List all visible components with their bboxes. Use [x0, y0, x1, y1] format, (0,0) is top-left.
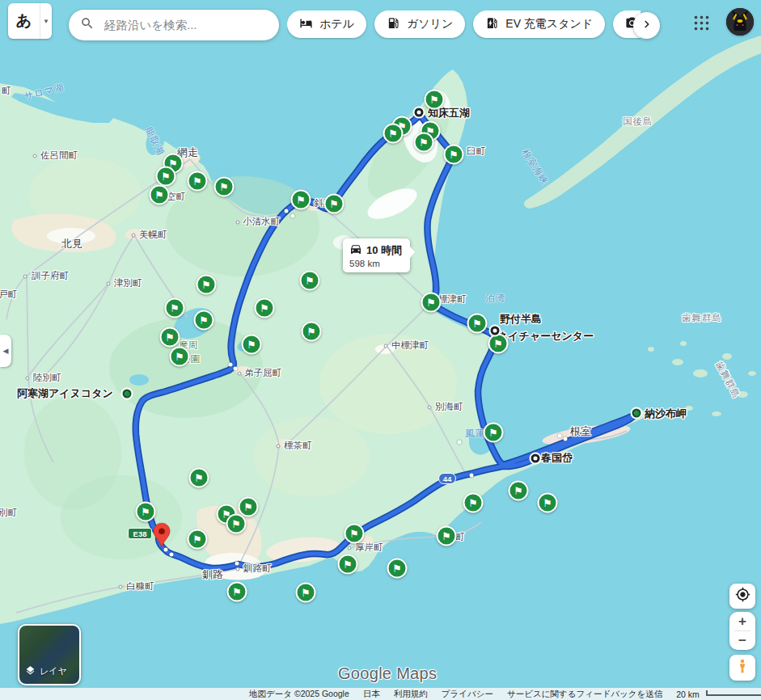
terms-link[interactable]: 利用規約 — [394, 689, 428, 700]
ime-dropdown-caret-icon[interactable]: ▼ — [40, 3, 52, 39]
layers-label: レイヤ — [40, 665, 67, 677]
hotel-icon — [299, 16, 313, 32]
side-panel-collapse-tab[interactable]: ◀ — [0, 335, 11, 367]
layers-icon — [25, 665, 36, 677]
chevron-left-icon: ◀ — [3, 347, 9, 355]
route-summary-bubble[interactable]: 10 時間 598 km — [343, 238, 410, 272]
layers-control[interactable]: レイヤ — [18, 624, 81, 685]
ime-mode-label[interactable]: あ — [8, 3, 40, 39]
route-waypoint-circle[interactable] — [491, 327, 500, 335]
ev-charger-icon — [485, 16, 499, 32]
pegman-icon — [735, 658, 750, 677]
zoom-in-button[interactable]: + — [729, 612, 755, 630]
search-bar[interactable] — [69, 10, 279, 40]
route-shield-44: 44 — [438, 473, 456, 484]
map-waypoint-layer — [0, 0, 761, 700]
route-waypoint-circle[interactable] — [632, 409, 641, 418]
chevron-right-icon — [640, 17, 654, 35]
gas-pump-icon — [387, 16, 400, 32]
my-location-icon — [735, 587, 750, 605]
chip-hotels[interactable]: ホテル — [287, 11, 366, 38]
search-input[interactable] — [103, 18, 268, 32]
route-distance: 598 km — [349, 259, 402, 268]
route-waypoint-circle[interactable] — [531, 454, 540, 463]
scale-control: 20 km — [676, 689, 761, 699]
google-maps-app: サロマ湖能取湖町佐呂間町網走空町美幌町北見訓子府町津別町戸町小清水町斜里知床五湖… — [0, 0, 761, 700]
route-waypoint-circle[interactable] — [123, 390, 132, 398]
scale-bar — [706, 690, 761, 696]
route-waypoint-circle[interactable] — [415, 108, 424, 117]
toolbar: あ ▼ ホテル ガソリン — [0, 0, 761, 48]
my-location-button[interactable] — [729, 584, 755, 609]
route-duration: 10 時間 — [366, 243, 402, 258]
chip-ev-charging[interactable]: EV 充電スタンド — [473, 11, 605, 38]
profile-avatar[interactable] — [726, 8, 754, 36]
chip-gas-label: ガソリン — [407, 17, 453, 32]
map-data-attribution: 地図データ ©2025 Google — [249, 689, 349, 700]
google-maps-watermark: Google Maps — [338, 664, 437, 683]
chip-ev-label: EV 充電スタンド — [505, 17, 593, 32]
chips-scroll-next-button[interactable] — [633, 12, 660, 39]
zoom-out-button[interactable]: − — [729, 631, 755, 650]
chip-gas[interactable]: ガソリン — [374, 11, 465, 38]
scale-label: 20 km — [676, 689, 700, 699]
privacy-link[interactable]: プライバシー — [442, 689, 493, 700]
feedback-link[interactable]: サービスに関するフィードバックを送信 — [507, 689, 662, 700]
chip-hotels-label: ホテル — [319, 17, 354, 32]
country-link[interactable]: 日本 — [363, 689, 380, 700]
ime-switcher[interactable]: あ ▼ — [8, 3, 52, 39]
zoom-controls: + − — [729, 612, 755, 650]
search-icon — [80, 16, 95, 34]
destination-pin[interactable] — [153, 522, 171, 549]
category-chips: ホテル ガソリン EV 充電スタンド アクティ — [287, 11, 641, 40]
attribution-bar: 地図データ ©2025 Google 日本 利用規約 プライバシー サービスに関… — [0, 688, 761, 700]
route-shield-e38: E38 — [128, 528, 152, 539]
car-icon — [349, 242, 362, 258]
google-apps-grid-icon[interactable] — [693, 15, 709, 31]
pegman-button[interactable] — [729, 655, 755, 681]
